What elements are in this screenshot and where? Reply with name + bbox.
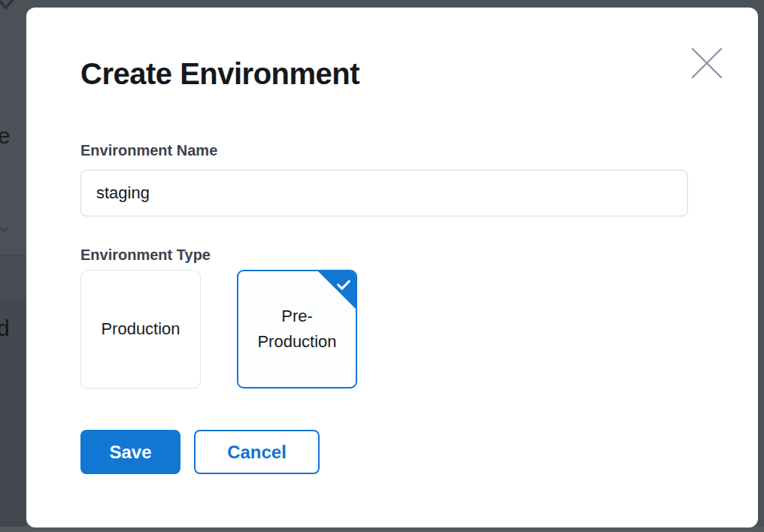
bg-check-icon	[0, 0, 20, 17]
bg-partial-text-e: e	[0, 125, 11, 147]
bg-partial-text-d: d	[0, 317, 10, 340]
bg-chevron-down-icon	[0, 223, 11, 238]
environment-name-label: Environment Name	[80, 141, 688, 159]
dialog-actions: Save Cancel	[80, 430, 688, 474]
environment-type-options: Production Pre-Production	[80, 270, 688, 388]
check-icon	[335, 277, 352, 293]
environment-name-input[interactable]	[80, 170, 688, 216]
type-option-production[interactable]: Production	[80, 270, 201, 388]
bg-bottom-strip	[0, 527, 764, 532]
create-environment-dialog: Create Environment Environment Name Envi…	[26, 8, 758, 527]
cancel-button[interactable]: Cancel	[194, 430, 320, 474]
type-option-label: Production	[101, 316, 180, 342]
dialog-title: Create Environment	[80, 8, 688, 92]
type-option-pre-production[interactable]: Pre-Production	[237, 270, 357, 388]
type-option-label: Pre-Production	[249, 304, 345, 355]
save-button[interactable]: Save	[80, 430, 180, 474]
bg-section-band	[0, 256, 26, 301]
environment-type-label: Environment Type	[80, 246, 688, 264]
